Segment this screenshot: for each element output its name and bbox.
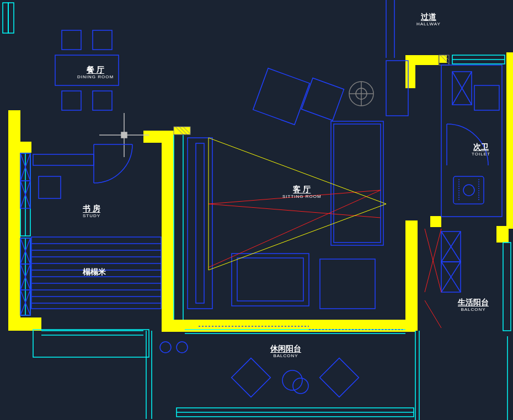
svg-rect-10 [430, 216, 441, 227]
svg-line-127 [425, 300, 441, 328]
svg-rect-85 [302, 78, 344, 121]
svg-rect-51 [121, 132, 127, 138]
toilet-room [441, 65, 502, 217]
svg-rect-84 [253, 68, 310, 125]
study-door [94, 144, 132, 183]
svg-rect-121 [386, 61, 408, 116]
study-furniture [33, 154, 94, 198]
svg-rect-36 [503, 243, 511, 331]
svg-rect-71 [31, 237, 161, 309]
svg-rect-86 [331, 121, 383, 245]
life-balcony-panels [441, 231, 461, 292]
svg-rect-44 [55, 55, 119, 85]
view-cone [209, 138, 386, 270]
svg-rect-12 [439, 55, 447, 63]
svg-rect-111 [232, 358, 271, 397]
svg-rect-13 [496, 226, 509, 243]
svg-rect-89 [237, 258, 303, 301]
svg-rect-22 [8, 3, 14, 33]
svg-rect-0 [8, 110, 20, 331]
svg-rect-88 [232, 254, 309, 306]
svg-rect-46 [93, 30, 112, 50]
svg-rect-83 [196, 143, 204, 303]
tatami-platform [31, 237, 161, 309]
svg-rect-104 [474, 85, 499, 110]
svg-point-115 [160, 342, 171, 353]
svg-line-128 [209, 138, 386, 204]
svg-rect-45 [62, 30, 81, 50]
sofa-set [232, 68, 383, 309]
balcony-chairs [232, 358, 359, 397]
svg-rect-90 [320, 259, 375, 309]
svg-rect-11 [506, 52, 513, 229]
svg-rect-112 [320, 358, 359, 397]
svg-rect-53 [39, 176, 61, 198]
windows-layer [3, 3, 511, 420]
svg-rect-1 [8, 317, 41, 331]
svg-rect-9 [405, 55, 415, 88]
svg-line-129 [209, 204, 386, 270]
crosshair-marker [99, 113, 149, 157]
svg-rect-47 [62, 91, 81, 110]
svg-rect-3 [162, 131, 174, 332]
svg-rect-48 [93, 91, 112, 110]
svg-rect-87 [334, 124, 381, 243]
floorplan-canvas[interactable] [0, 0, 513, 420]
svg-point-98 [463, 185, 474, 196]
dining-set [55, 30, 119, 110]
svg-rect-7 [405, 220, 418, 331]
svg-point-116 [177, 342, 188, 353]
svg-point-113 [282, 370, 302, 390]
svg-rect-29 [33, 330, 149, 357]
ceiling-fixture [349, 82, 373, 106]
svg-rect-4 [143, 131, 174, 143]
svg-rect-2 [20, 142, 31, 153]
svg-rect-52 [33, 154, 94, 165]
svg-rect-21 [3, 3, 8, 33]
